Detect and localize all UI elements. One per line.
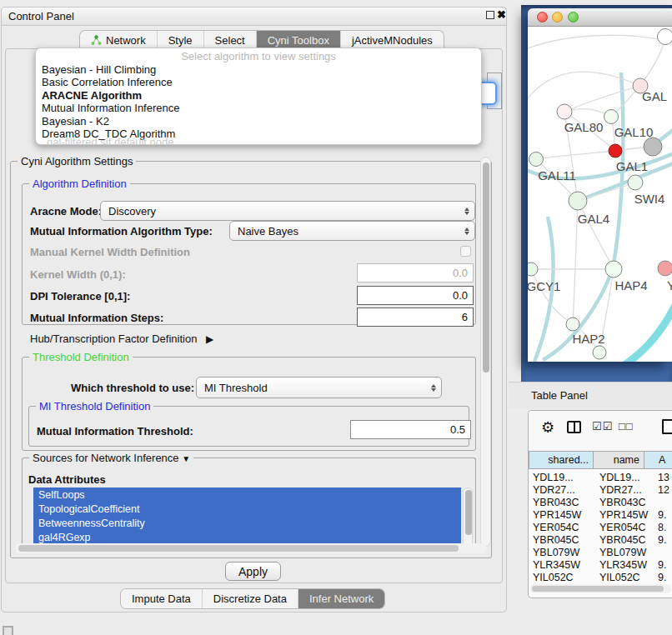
column-header-label: name (614, 454, 639, 466)
algorithm-option[interactable]: Bayesian - K2 (36, 115, 481, 128)
tab-select[interactable]: Select (204, 31, 257, 49)
minimized-panel-icon[interactable] (3, 626, 13, 635)
tab-jactivemnodules-label: jActiveMNodules (352, 34, 433, 47)
tab-discretize-data-label: Discretize Data (213, 592, 287, 605)
tab-impute-data[interactable]: Impute Data (121, 589, 203, 608)
which-threshold-combo[interactable]: MI Threshold (196, 377, 442, 398)
list-item[interactable]: TopologicalCoefficient (33, 502, 461, 516)
cell: YBL079W (533, 547, 579, 558)
close-icon[interactable]: ✖ (497, 8, 506, 21)
network-node[interactable] (628, 175, 644, 191)
manual-kernel-width-label: Manual Kernel Width Definition (30, 246, 190, 258)
network-node[interactable] (569, 192, 588, 211)
zoom-traffic-light-icon[interactable] (568, 12, 579, 22)
mi-threshold-label: Mutual Information Threshold: (37, 425, 193, 438)
cell: 12 (658, 484, 669, 496)
column-header-name[interactable]: name (594, 451, 644, 469)
node-label: GAL11 (538, 168, 576, 182)
close-traffic-light-icon[interactable] (537, 12, 548, 22)
dpi-tolerance-field[interactable]: 0.0 (357, 286, 474, 305)
mi-threshold-field[interactable]: 0.5 (350, 420, 471, 439)
aracne-mode-label: Aracne Mode: (30, 205, 102, 218)
tab-infer-network[interactable]: Infer Network (298, 589, 384, 608)
threshold-definition-title: Threshold Definition (29, 351, 133, 363)
list-item[interactable]: BetweennessCentrality (33, 516, 461, 530)
tab-style[interactable]: Style (158, 31, 204, 49)
column-header-shared-name[interactable]: shared... (529, 451, 594, 469)
tab-style-label: Style (168, 34, 193, 47)
manual-kernel-width-checkbox[interactable] (460, 246, 471, 257)
scrollbar-thumb[interactable] (465, 490, 472, 535)
scrollbar-thumb[interactable] (18, 545, 459, 552)
cell: YDL19... (599, 472, 640, 483)
table-panel: ⚙ ☑☑ □□ shared... name A YDL19... YDL19.… (528, 410, 672, 598)
algorithm-option[interactable]: Mutual Information Inference (36, 102, 481, 114)
network-view-canvas[interactable]: GAL GAL80 GAL10 GAL1 GAL11 SWI4 GAL4 GCY… (528, 27, 672, 362)
data-attributes-list[interactable]: SelfLoops TopologicalCoefficient Between… (33, 488, 461, 549)
network-window-titlebar[interactable] (528, 8, 672, 27)
control-panel-title: Control Panel (8, 10, 74, 22)
which-threshold-value: MI Threshold (204, 382, 268, 394)
which-threshold-label: Which threshold to use: (71, 382, 194, 394)
apply-button[interactable]: Apply (225, 562, 281, 581)
network-node[interactable] (529, 152, 544, 167)
network-node[interactable] (644, 138, 663, 157)
cell: 9. (658, 509, 666, 521)
node-label: GAL (642, 89, 667, 103)
settings-vertical-scrollbar[interactable] (480, 157, 491, 547)
gear-icon[interactable]: ⚙ (541, 418, 554, 437)
select-all-columns-icon[interactable]: ☑☑ (592, 420, 613, 432)
network-node[interactable] (658, 261, 672, 277)
hub-definition-label: Hub/Transcription Factor Definition (30, 332, 197, 345)
mi-algorithm-type-combo[interactable]: Naive Bayes (229, 221, 475, 241)
table-panel-titlebar: Table Panel (509, 382, 672, 408)
settings-horizontal-scrollbar[interactable] (15, 543, 487, 553)
aracne-mode-combo[interactable]: Discovery (100, 201, 475, 221)
scrollbar-thumb[interactable] (532, 586, 664, 592)
network-node[interactable] (605, 261, 623, 278)
attributes-scrollbar[interactable] (463, 488, 473, 549)
mi-steps-value: 6 (462, 311, 468, 323)
algorithm-option[interactable]: Basic Correlation Inference (36, 76, 481, 88)
algorithm-definition-title: Algorithm Definition (29, 178, 130, 190)
list-item[interactable]: SelfLoops (33, 488, 461, 502)
cell: YER054C (533, 522, 579, 533)
cell: YDL19... (533, 472, 574, 483)
network-node[interactable] (657, 28, 672, 45)
mi-algorithm-type-label: Mutual Information Algorithm Type: (30, 225, 213, 238)
float-window-icon[interactable] (486, 11, 494, 19)
algorithm-option[interactable]: Bayesian - Hill Climbing (36, 63, 481, 76)
cell: YPR145W (533, 509, 581, 521)
deselect-all-columns-icon[interactable]: □□ (619, 420, 634, 432)
network-node[interactable] (557, 104, 573, 120)
collapse-arrow-down-icon: ▼ (182, 454, 190, 463)
cell: YDR27... (533, 484, 575, 496)
kernel-width-field[interactable]: 0.0 (357, 263, 474, 282)
dpi-tolerance-value: 0.0 (453, 289, 468, 302)
hub-definition-expander[interactable]: Hub/Transcription Factor Definition ▶ (30, 332, 213, 345)
minimize-traffic-light-icon[interactable] (552, 12, 563, 22)
aracne-mode-value: Discovery (108, 205, 156, 218)
mi-steps-field[interactable]: 6 (357, 308, 474, 327)
tab-jactivemnodules[interactable]: jActiveMNodules (341, 31, 444, 49)
node-label: GAL80 (564, 120, 604, 134)
mi-steps-label: Mutual Information Steps: (30, 312, 163, 324)
network-node-selected[interactable] (609, 144, 623, 158)
scrollbar-thumb[interactable] (483, 162, 489, 372)
export-table-icon[interactable] (662, 419, 672, 434)
network-node[interactable] (604, 109, 619, 124)
column-layout-icon[interactable] (567, 421, 581, 433)
control-panel-tabbar: Network Style Select Cyni Toolbox jActiv… (79, 30, 444, 49)
list-item[interactable]: gal4RGexp (33, 530, 461, 544)
sources-group-header[interactable]: Sources for Network Inference ▼ (29, 452, 193, 464)
column-header-partial[interactable]: A (644, 451, 672, 469)
tab-network[interactable]: Network (80, 31, 158, 49)
cell: YBR043C (533, 497, 579, 508)
tab-cyni-toolbox[interactable]: Cyni Toolbox (257, 31, 341, 49)
network-node[interactable] (593, 346, 607, 360)
tab-discretize-data[interactable]: Discretize Data (203, 589, 298, 608)
table-horizontal-scrollbar[interactable] (530, 584, 671, 593)
algorithm-option-selected[interactable]: ARACNE Algorithm (36, 89, 481, 102)
network-node[interactable] (566, 318, 580, 332)
control-panel-titlebar: Control Panel (1, 7, 507, 26)
